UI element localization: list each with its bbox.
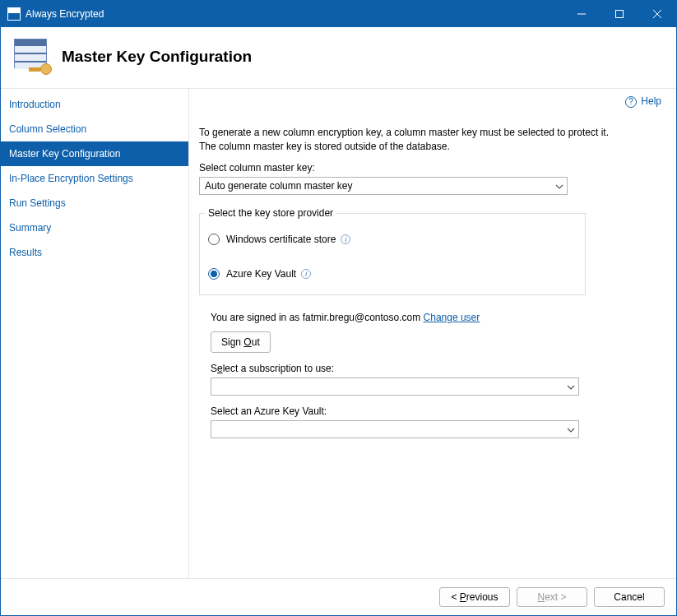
- sidebar-item-column-selection[interactable]: Column Selection: [1, 117, 188, 141]
- radio-icon: [208, 268, 220, 280]
- sidebar-item-introduction[interactable]: Introduction: [1, 92, 188, 117]
- info-icon[interactable]: i: [301, 269, 311, 279]
- minimize-button[interactable]: [563, 1, 600, 27]
- title-bar: Always Encrypted: [1, 1, 676, 27]
- app-icon: [7, 7, 21, 21]
- chevron-down-icon: [555, 182, 563, 190]
- master-key-select[interactable]: Auto generate column master key: [199, 177, 568, 195]
- master-key-value: Auto generate column master key: [205, 180, 352, 192]
- key-store-provider-group: Select the key store provider Windows ce…: [199, 213, 586, 295]
- key-vault-label: Select an Azure Key Vault:: [211, 405, 661, 417]
- sidebar-item-results[interactable]: Results: [1, 240, 188, 265]
- radio-icon: [208, 234, 220, 245]
- change-user-link[interactable]: Change user: [424, 312, 480, 323]
- footer: < Previous Next > Cancel: [1, 578, 676, 615]
- close-button[interactable]: [638, 1, 676, 27]
- info-icon[interactable]: i: [341, 234, 350, 244]
- window-controls: [563, 1, 676, 27]
- radio-windows-certificate-store[interactable]: Windows certificate store i: [208, 234, 577, 245]
- sidebar-item-summary[interactable]: Summary: [1, 215, 188, 240]
- intro-text: To generate a new column encryption key,…: [199, 126, 627, 154]
- signed-in-user: fatmir.bregu@contoso.com: [303, 312, 421, 323]
- chevron-down-icon: [567, 425, 575, 433]
- page-title: Master Key Configuration: [62, 48, 252, 66]
- help-row: ? Help: [199, 95, 661, 126]
- header: Master Key Configuration: [1, 27, 676, 89]
- azure-signin-block: You are signed in as fatmir.bregu@contos…: [211, 312, 661, 438]
- svg-rect-0: [616, 11, 624, 18]
- signed-in-text: You are signed in as fatmir.bregu@contos…: [211, 312, 661, 323]
- select-master-key-label: Select column master key:: [199, 162, 661, 174]
- wizard-window: Always Encrypted Master Key: [0, 0, 677, 616]
- subscription-label: Select a subscription to use:: [211, 363, 661, 374]
- sidebar-item-in-place-encryption-settings[interactable]: In-Place Encryption Settings: [1, 166, 188, 191]
- key-store-provider-legend: Select the key store provider: [205, 207, 336, 219]
- body: Introduction Column Selection Master Key…: [1, 89, 676, 578]
- window-title: Always Encrypted: [26, 8, 104, 20]
- radio-label: Windows certificate store: [226, 234, 336, 245]
- help-link[interactable]: Help: [641, 95, 661, 107]
- maximize-button[interactable]: [600, 1, 638, 27]
- cancel-button[interactable]: Cancel: [594, 587, 665, 607]
- chevron-down-icon: [567, 382, 575, 391]
- radio-label: Azure Key Vault: [226, 268, 296, 280]
- sidebar: Introduction Column Selection Master Key…: [1, 89, 189, 578]
- key-vault-select[interactable]: [211, 420, 579, 438]
- main-panel: ? Help To generate a new column encrypti…: [189, 89, 676, 578]
- help-icon: ?: [625, 96, 637, 108]
- next-button[interactable]: Next >: [517, 587, 587, 607]
- sidebar-item-master-key-configuration[interactable]: Master Key Configuration: [1, 141, 188, 166]
- sidebar-item-run-settings[interactable]: Run Settings: [1, 191, 188, 215]
- radio-azure-key-vault[interactable]: Azure Key Vault i: [208, 268, 577, 280]
- sign-out-button[interactable]: Sign Out: [211, 331, 271, 353]
- subscription-select[interactable]: [211, 377, 579, 396]
- master-key-icon: [12, 37, 52, 76]
- signed-in-prefix: You are signed in as: [211, 312, 303, 323]
- previous-button[interactable]: < Previous: [439, 587, 510, 607]
